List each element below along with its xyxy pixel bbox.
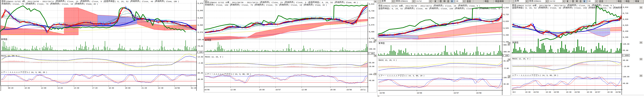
svg-text:( 9, 26, 52 ): ( 9, 26, 52 ) [523, 7, 539, 9]
svg-text:8,620: 8,620 [198, 17, 203, 19]
svg-text:( Close, 40 ): ( Close, 40 ) [140, 0, 156, 2]
svg-text:8,335: 8,335 [623, 36, 628, 38]
svg-text:225mini: 225mini [400, 0, 408, 2]
svg-text:MACD( 12, 26, 9 ): MACD( 12, 26, 9 ) [1, 55, 19, 57]
svg-text:X 100: X 100 [503, 55, 508, 57]
svg-text:11/12: 11/12 [416, 0, 422, 2]
svg-text:( Close, 10 ): ( Close, 10 ) [288, 4, 304, 6]
svg-text:8,715: 8,715 [504, 13, 509, 15]
svg-text:( Close, 20 ): ( Close, 20 ) [84, 3, 98, 5]
svg-text:( 14, 3, 80, 20 ): ( 14, 3, 80, 20 ) [540, 74, 558, 76]
svg-text:10/08: 10/08 [615, 91, 621, 93]
svg-text:10/07: 10/07 [454, 92, 459, 94]
svg-text:10.00: 10.00 [369, 66, 374, 68]
svg-text:-5.00: -5.00 [504, 67, 509, 69]
svg-text:16:30: 16:30 [525, 91, 530, 93]
svg-text:10/07: 10/07 [275, 89, 281, 91]
svg-text:195.00: 195.00 [198, 39, 204, 41]
svg-text:( Close, 10 ): ( Close, 10 ) [59, 3, 76, 5]
svg-text:( Close, 5 ): ( Close, 5 ) [601, 5, 614, 7]
svg-text:225mini: 225mini [534, 0, 541, 2]
svg-text:MACD( 12, 26, 9 ): MACD( 12, 26, 9 ) [205, 56, 223, 58]
svg-text:8,570: 8,570 [369, 24, 374, 26]
svg-text:22:40: 22:40 [158, 87, 163, 89]
svg-text:10/08: 10/08 [346, 89, 352, 91]
svg-text:8,810: 8,810 [623, 6, 628, 8]
svg-text:8,430: 8,430 [623, 30, 628, 32]
svg-text:, 2011/10/05 - 2011/10/11 ): , 2011/10/05 - 2011/10/11 ) [25, 0, 56, 2]
svg-text:, 2011/09/30 - 2011/10/11 ): , 2011/09/30 - 2011/10/11 ) [230, 1, 260, 3]
svg-text:11/12: 11/12 [550, 0, 555, 2]
svg-text:( Close, 40 ): ( Close, 40 ) [344, 1, 358, 3]
svg-text:20:00: 20:00 [330, 89, 336, 91]
svg-text:10/08: 10/08 [476, 92, 482, 94]
svg-text:( Close, 25 ): ( Close, 25 ) [65, 0, 81, 2]
svg-text:MACD( 12, 26, 9 ): MACD( 12, 26, 9 ) [512, 58, 530, 60]
svg-text:8,430: 8,430 [504, 34, 509, 36]
svg-text:01:20: 01:20 [191, 87, 196, 89]
svg-text:225mini 11/12( 15: 225mini 11/12( 15 [209, 1, 228, 3]
svg-text:14.50: 14.50 [198, 56, 203, 58]
svg-text:( Close, 75 ): ( Close, 75 ) [239, 4, 255, 6]
svg-text:135.00: 135.00 [623, 43, 629, 45]
svg-text:X 100: X 100 [368, 52, 374, 55]
svg-text:( Close, 5 ): ( Close, 5 ) [467, 5, 480, 7]
svg-text:10:40: 10:40 [24, 87, 30, 89]
svg-text:8,570: 8,570 [198, 31, 203, 33]
svg-text:( 9, 26, 52 ): ( 9, 26, 52 ) [320, 1, 336, 3]
svg-text:( Close, 40 ): ( Close, 40 ) [548, 7, 564, 9]
svg-text:12:00: 12:00 [230, 89, 236, 91]
svg-text:X 1000: X 1000 [622, 54, 629, 56]
svg-text:55.00: 55.00 [623, 49, 628, 51]
svg-text:75.00: 75.00 [198, 45, 203, 47]
svg-text:( Close, 75 ): ( Close, 75 ) [489, 8, 502, 10]
svg-text:300.00: 300.00 [504, 51, 510, 53]
svg-text:8,525: 8,525 [504, 27, 509, 29]
svg-text:10/05: 10/05 [380, 92, 385, 94]
svg-text:( Close, 25 ): ( Close, 25 ) [443, 5, 459, 7]
svg-text:10/04: 10/04 [534, 91, 539, 93]
svg-text:( Close, 25 ): ( Close, 25 ) [576, 5, 592, 7]
svg-text:, 2011/09/30 - 2011/10/11 ): , 2011/09/30 - 2011/10/11 ) [403, 5, 434, 7]
svg-text:225mini 11/12( 5: 225mini 11/12( 5 [6, 0, 23, 2]
svg-text:( 14, 3, 80, 20 ): ( 14, 3, 80, 20 ) [406, 75, 424, 77]
svg-text:( Close, 75 ): ( Close, 75 ) [35, 3, 51, 5]
svg-text:21:20: 21:20 [142, 87, 147, 89]
svg-text:( Close, 5 ): ( Close, 5 ) [89, 0, 104, 2]
svg-text:8,730: 8,730 [369, 10, 374, 12]
svg-text:( Close, 40 ): ( Close, 40 ) [414, 8, 430, 10]
svg-text:09:20: 09:20 [8, 87, 13, 89]
svg-text:( 9, 26, 52 ): ( 9, 26, 52 ) [389, 8, 405, 10]
svg-text:95.00: 95.00 [198, 72, 203, 74]
svg-text:( Close, 150 ): ( Close, 150 ) [214, 4, 231, 6]
svg-text:8,595: 8,595 [198, 24, 203, 26]
svg-text:( Close, 5 ): ( Close, 5 ) [294, 1, 309, 3]
svg-text:40.00: 40.00 [623, 59, 628, 61]
svg-text:Oct: Oct [513, 91, 516, 93]
svg-text:16:30: 16:30 [546, 91, 551, 93]
svg-text:10/08: 10/08 [174, 87, 180, 89]
svg-text:55.00: 55.00 [369, 62, 374, 64]
svg-text:40.00: 40.00 [504, 83, 509, 85]
svg-text:10/06: 10/06 [417, 92, 422, 94]
svg-text:( 9, 26, 52 ): ( 9, 26, 52 ) [115, 0, 131, 2]
svg-text:8,645: 8,645 [198, 9, 203, 12]
svg-text:X 100: X 100 [197, 51, 202, 53]
svg-text:( Close, 75 ): ( Close, 75 ) [598, 7, 614, 9]
svg-text:8,490: 8,490 [369, 31, 374, 33]
svg-text:13:20: 13:20 [58, 87, 63, 89]
svg-text:8,650: 8,650 [369, 17, 374, 19]
svg-text:( Close, 75 ): ( Close, 75 ) [264, 4, 280, 6]
svg-text:8,715: 8,715 [623, 12, 628, 14]
svg-text:20:00: 20:00 [259, 89, 264, 91]
svg-text:10/07: 10/07 [595, 91, 600, 93]
svg-text:( Close, 20 ): ( Close, 20 ) [313, 4, 327, 6]
svg-text:-2.00: -2.00 [198, 62, 203, 64]
svg-text:16:30: 16:30 [587, 91, 592, 93]
svg-text:100.00: 100.00 [623, 76, 629, 78]
svg-text:( 14, 3, 80, 20 ): ( 14, 3, 80, 20 ) [29, 71, 47, 73]
svg-text:40.00: 40.00 [198, 78, 203, 80]
svg-text:40.00: 40.00 [623, 82, 628, 85]
svg-text:40.00: 40.00 [369, 80, 374, 82]
svg-text:( Close, 25 ): ( Close, 25 ) [269, 1, 285, 3]
